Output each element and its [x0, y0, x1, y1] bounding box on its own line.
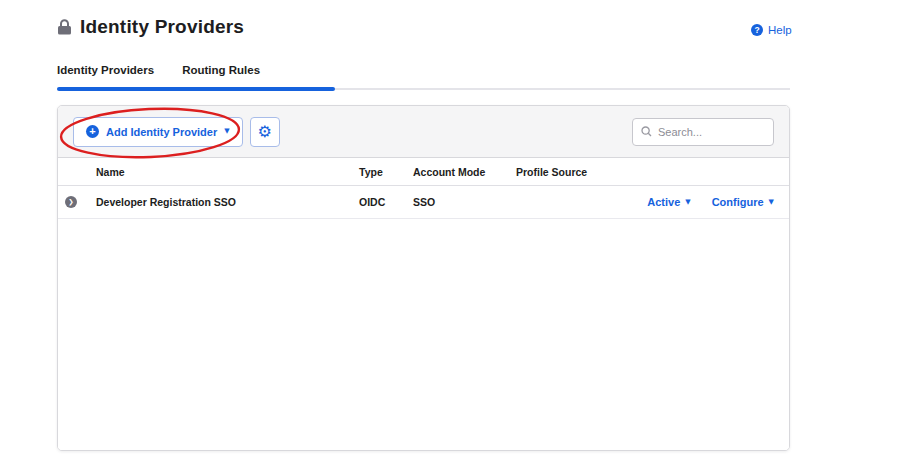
column-header-type: Type [359, 166, 413, 178]
lock-icon [57, 19, 72, 35]
tab-bar: Identity Providers Routing Rules [57, 64, 260, 89]
status-label: Active [647, 196, 680, 208]
page-title: Identity Providers [80, 16, 244, 38]
identity-providers-page: Identity Providers ? Help Identity Provi… [0, 0, 917, 473]
idp-account-mode: SSO [413, 196, 516, 208]
expand-row-chevron-icon[interactable]: ❯ [65, 196, 77, 208]
table-row: ❯ Developer Registration SSO OIDC SSO Ac… [58, 186, 789, 219]
help-label: Help [768, 24, 792, 36]
tab-identity-providers[interactable]: Identity Providers [57, 64, 154, 89]
configure-dropdown[interactable]: Configure ▼ [712, 196, 774, 208]
settings-button[interactable]: ⚙ [250, 117, 280, 147]
page-header: Identity Providers [57, 16, 244, 38]
help-link[interactable]: ? Help [751, 24, 792, 36]
tab-routing-rules[interactable]: Routing Rules [182, 64, 260, 89]
idp-type: OIDC [359, 196, 413, 208]
column-header-account-mode: Account Mode [413, 166, 516, 178]
search-input[interactable] [658, 126, 765, 138]
panel-toolbar: + Add Identity Provider ▼ ⚙ [58, 106, 789, 158]
search-icon [641, 123, 652, 141]
table-empty-area [58, 219, 789, 450]
plus-icon: + [86, 125, 99, 138]
status-dropdown[interactable]: Active ▼ [647, 196, 690, 208]
add-identity-provider-label: Add Identity Provider [106, 126, 217, 138]
help-question-icon: ? [751, 24, 763, 36]
table-header-row: Name Type Account Mode Profile Source [58, 158, 789, 186]
add-identity-provider-button[interactable]: + Add Identity Provider ▼ [73, 117, 243, 147]
caret-down-icon: ▼ [685, 199, 690, 206]
search-box [632, 118, 774, 146]
caret-down-icon: ▼ [224, 128, 229, 135]
caret-down-icon: ▼ [769, 199, 774, 206]
configure-label: Configure [712, 196, 764, 208]
column-header-profile-source: Profile Source [516, 166, 646, 178]
idp-name: Developer Registration SSO [96, 196, 359, 208]
active-tab-indicator [57, 87, 335, 91]
identity-providers-panel: + Add Identity Provider ▼ ⚙ Name [57, 105, 790, 451]
gear-icon: ⚙ [257, 124, 271, 140]
column-header-name: Name [96, 166, 359, 178]
